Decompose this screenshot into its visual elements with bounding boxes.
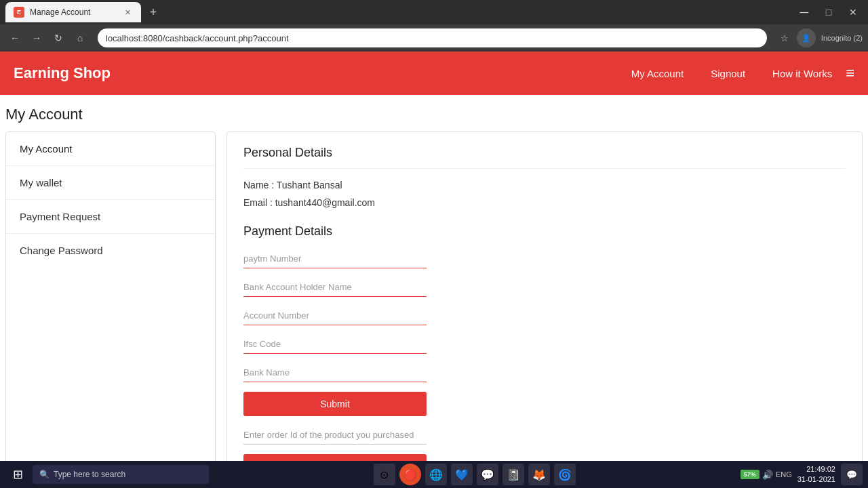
taskbar-search[interactable]: 🔍 Type here to search <box>33 465 209 484</box>
taskbar-icons: ⊙ 🔴 🌐 💙 💬 📓 🦊 🌀 <box>212 464 738 485</box>
address-bar[interactable]: localhost:8080/cashback/account.php?acco… <box>98 28 767 47</box>
sidebar-item-my-account[interactable]: My Account <box>6 132 215 166</box>
hamburger-menu[interactable]: ≡ <box>846 64 854 82</box>
start-button[interactable]: ⊞ <box>5 462 30 487</box>
profile-button[interactable]: 👤 <box>797 28 816 47</box>
volume-icon: 🔊 <box>762 470 773 480</box>
taskbar-chrome[interactable]: 🔴 <box>399 464 421 485</box>
date-value: 31-01-2021 <box>797 474 835 485</box>
bank-holder-input[interactable] <box>243 278 427 297</box>
sidebar: My Account My wallet Payment Request Cha… <box>5 131 216 488</box>
taskbar-time: 21:49:02 31-01-2021 <box>797 464 835 485</box>
back-button[interactable]: ← <box>5 28 24 47</box>
lang-label: ENG <box>776 470 792 479</box>
nav-signout[interactable]: Signout <box>711 68 745 79</box>
url-text: localhost:8080/cashback/account.php?acco… <box>106 33 289 43</box>
search-placeholder: Type here to search <box>54 470 125 479</box>
page-content: My Account My wallet Payment Request Cha… <box>0 131 868 488</box>
main-panel: Personal Details Name : Tushant Bansal E… <box>226 131 863 488</box>
bookmark-button[interactable]: ☆ <box>775 28 794 47</box>
tab-title: Manage Account <box>30 7 90 17</box>
browser-tab[interactable]: E Manage Account ✕ <box>5 2 141 22</box>
tab-close-button[interactable]: ✕ <box>122 7 133 18</box>
new-tab-button[interactable]: + <box>144 3 163 22</box>
battery-indicator: 57% <box>741 470 760 479</box>
nav-my-account[interactable]: My Account <box>631 68 684 79</box>
notification-button[interactable]: 💬 <box>841 464 863 485</box>
browser-nav-right: ☆ 👤 Incognito (2) <box>775 28 863 47</box>
header-nav: My Account Signout How it Works <box>631 68 833 79</box>
profile-icon: 👤 <box>802 34 811 43</box>
sidebar-item-change-password[interactable]: Change Password <box>6 234 215 267</box>
taskbar-onenote[interactable]: 📓 <box>502 464 524 485</box>
email-info: Email : tushant440@gmail.com <box>243 197 846 208</box>
close-button[interactable]: ✕ <box>844 3 863 22</box>
app-container: Earning Shop My Account Signout How it W… <box>0 52 868 488</box>
taskbar-vscode[interactable]: 💙 <box>451 464 473 485</box>
taskbar-cortana[interactable]: ⊙ <box>374 464 395 485</box>
browser-navbar: ← → ↻ ⌂ localhost:8080/cashback/account.… <box>0 24 868 52</box>
sidebar-item-payment-request[interactable]: Payment Request <box>6 200 215 234</box>
app-logo: Earning Shop <box>14 64 631 82</box>
refresh-button[interactable]: ↻ <box>49 28 68 47</box>
tab-favicon: E <box>14 7 24 18</box>
personal-section-title: Personal Details <box>243 146 846 169</box>
browser-window: E Manage Account ✕ + ─ □ ✕ ← → ↻ ⌂ local… <box>0 0 868 52</box>
forward-button[interactable]: → <box>27 28 46 47</box>
time-value: 21:49:02 <box>797 464 835 474</box>
paytm-number-input[interactable] <box>243 249 427 268</box>
home-button[interactable]: ⌂ <box>71 28 90 47</box>
ifsc-code-input[interactable] <box>243 335 427 354</box>
taskbar-right: 57% 🔊 ENG 21:49:02 31-01-2021 💬 <box>741 464 863 485</box>
sys-icons: 57% 🔊 ENG <box>741 470 792 480</box>
page-title: My Account <box>0 95 868 131</box>
app-header: Earning Shop My Account Signout How it W… <box>0 52 868 95</box>
minimize-button[interactable]: ─ <box>795 3 814 22</box>
order-id-input[interactable] <box>243 426 427 445</box>
name-info: Name : Tushant Bansal <box>243 180 846 190</box>
payment-section-title: Payment Details <box>243 224 846 239</box>
taskbar-teams[interactable]: 💬 <box>477 464 498 485</box>
maximize-button[interactable]: □ <box>819 3 838 22</box>
taskbar-firefox[interactable]: 🦊 <box>528 464 550 485</box>
search-icon: 🔍 <box>39 470 50 479</box>
account-number-input[interactable] <box>243 306 427 325</box>
bank-name-input[interactable] <box>243 363 427 382</box>
nav-how-it-works[interactable]: How it Works <box>772 68 832 79</box>
personal-info: Name : Tushant Bansal Email : tushant440… <box>243 180 846 208</box>
browser-titlebar: E Manage Account ✕ + ─ □ ✕ <box>0 0 868 24</box>
submit-payment-button[interactable]: Submit <box>243 392 427 416</box>
incognito-label: Incognito (2) <box>821 34 863 42</box>
sidebar-item-my-wallet[interactable]: My wallet <box>6 166 215 200</box>
taskbar: ⊞ 🔍 Type here to search ⊙ 🔴 🌐 💙 💬 📓 🦊 🌀 … <box>0 461 868 488</box>
taskbar-chrome2[interactable]: 🌐 <box>425 464 447 485</box>
taskbar-edge[interactable]: 🌀 <box>554 464 576 485</box>
